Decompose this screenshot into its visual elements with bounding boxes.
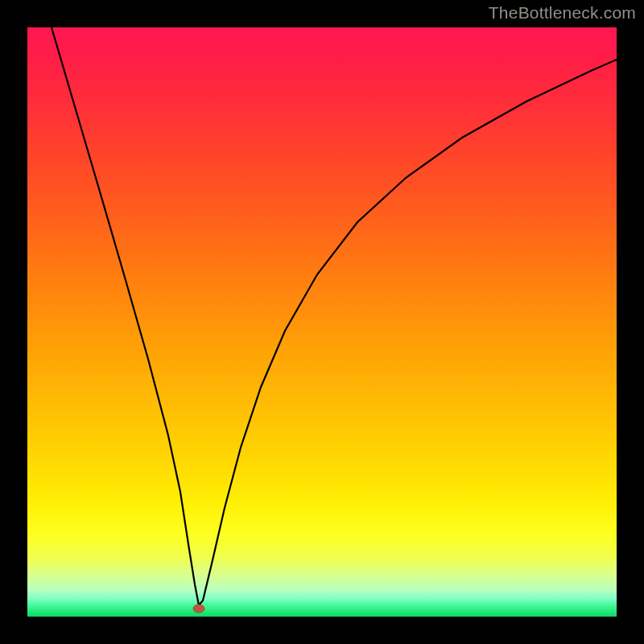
watermark-text: TheBottleneck.com bbox=[489, 3, 636, 23]
minimum-marker bbox=[193, 605, 204, 613]
chart-svg bbox=[27, 27, 617, 617]
chart-frame: TheBottleneck.com bbox=[0, 0, 644, 644]
curve-line bbox=[52, 27, 617, 605]
plot-area bbox=[27, 27, 617, 617]
